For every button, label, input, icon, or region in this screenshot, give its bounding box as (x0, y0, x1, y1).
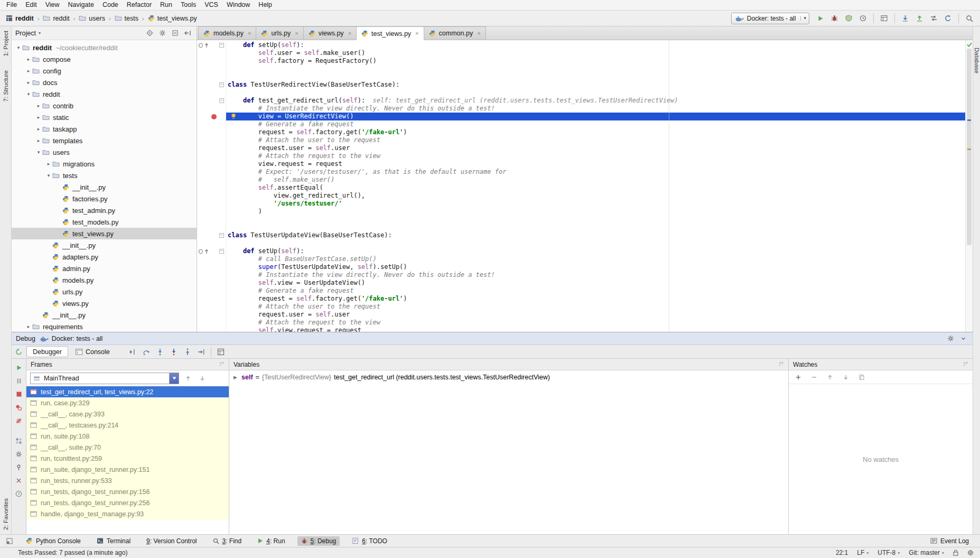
close-icon[interactable]: × (415, 31, 418, 36)
fold-marker[interactable]: − (219, 82, 224, 87)
frame-row[interactable]: handle, django_test_manage.py:93 (26, 508, 229, 519)
pin-tab-button[interactable] (14, 462, 24, 472)
editor-gutter[interactable] (197, 263, 226, 271)
menu-window[interactable]: Window (222, 0, 254, 10)
breadcrumb-reddit[interactable]: reddit (41, 15, 71, 22)
frame-row[interactable]: run_suite, django_test_runner.py:151 (26, 464, 229, 475)
tree-item-compose[interactable]: ▸compose (12, 53, 197, 65)
code-line[interactable] (197, 89, 973, 97)
chevron-expanded-icon[interactable]: ▾ (35, 150, 42, 155)
code-line[interactable]: self.view = UserUpdateView() (197, 279, 973, 287)
show-execution-point-button[interactable] (126, 346, 139, 358)
tree-item-reddit[interactable]: ▾reddit (12, 88, 197, 100)
tree-item-config[interactable]: ▸config (12, 65, 197, 77)
rerun-button[interactable] (12, 346, 26, 358)
update-project-button[interactable] (899, 13, 912, 24)
frame-row[interactable]: __call__, case.py:393 (26, 408, 229, 420)
editor-gutter[interactable] (197, 152, 226, 160)
code-line[interactable]: # Expect: '/users/testuser/', as that is… (197, 168, 973, 176)
toolwindow-button-event-log[interactable]: Event Log (927, 536, 973, 546)
chevron-collapsed-icon[interactable]: ▸ (25, 324, 32, 329)
code-line[interactable]: self.assertEqual( (197, 184, 973, 192)
tree-item-tests[interactable]: ▾tests (12, 170, 197, 181)
line-ending-select[interactable]: LF▾ (857, 549, 869, 556)
breadcrumb-users[interactable]: users (77, 15, 107, 22)
menu-tools[interactable]: Tools (176, 0, 200, 10)
code-line[interactable]: request = self.factory.get('/fake-url') (197, 128, 973, 136)
editor-gutter[interactable] (197, 295, 226, 303)
debug-button[interactable] (828, 13, 841, 24)
code-line[interactable]: request.user = self.user (197, 144, 973, 152)
tool-button-7-structure[interactable]: 7: Structure (3, 70, 9, 101)
tree-item-init-py[interactable]: __init__.py (12, 309, 197, 321)
tree-item-taskapp[interactable]: ▸taskapp (12, 123, 197, 135)
code-line[interactable]: request.user = self.user (197, 311, 973, 319)
editor-gutter[interactable] (197, 136, 226, 144)
editor-gutter[interactable] (197, 279, 226, 287)
frame-row[interactable]: run, tcunittest.py:259 (26, 453, 229, 464)
editor-gutter[interactable] (197, 160, 226, 168)
code-line[interactable]: −class TestUserUpdateView(BaseUserTestCa… (197, 231, 973, 239)
code-line[interactable] (197, 239, 973, 247)
restore-layout-button[interactable] (14, 436, 24, 445)
run-to-cursor-button[interactable] (194, 346, 208, 358)
editor-gutter[interactable] (197, 105, 226, 113)
editor-gutter[interactable] (197, 239, 226, 247)
chevron-collapsed-icon[interactable]: ▶ (234, 375, 239, 380)
compare-with-button[interactable] (927, 13, 940, 24)
toolwindow-button-4-run[interactable]: 4: Run (254, 536, 288, 546)
frame-row[interactable]: run, case.py:329 (26, 397, 229, 408)
view-breakpoints-button[interactable] (14, 403, 24, 412)
editor-gutter[interactable] (197, 319, 226, 327)
editor-gutter[interactable] (197, 65, 226, 73)
code-line[interactable]: # Attach the user to the request (197, 136, 973, 144)
thread-select[interactable]: MainThread (30, 373, 179, 384)
chevron-collapsed-icon[interactable]: ▸ (25, 68, 32, 73)
close-icon[interactable]: × (348, 31, 351, 36)
editor-gutter[interactable] (197, 311, 226, 319)
fold-marker[interactable]: − (219, 98, 224, 103)
editor-gutter[interactable]: − (197, 247, 226, 255)
code-line[interactable]: # Instantiate the view directly. Never d… (197, 105, 973, 113)
editor-gutter[interactable] (197, 303, 226, 311)
editor-gutter[interactable] (197, 113, 226, 120)
editor-gutter[interactable] (197, 192, 226, 200)
profiler-button[interactable] (856, 13, 870, 24)
editor-gutter[interactable] (197, 49, 226, 57)
menu-navigate[interactable]: Navigate (64, 0, 98, 10)
chevron-expanded-icon[interactable]: ▾ (15, 45, 22, 50)
tree-item-test-admin-py[interactable]: test_admin.py (12, 204, 197, 216)
code-line[interactable]: view.get_redirect_url(), (197, 192, 973, 200)
hide-panel-button[interactable] (182, 28, 193, 39)
previous-frame-button[interactable] (183, 373, 193, 384)
menu-code[interactable]: Code (98, 0, 123, 10)
toolwindow-button-6-todo[interactable]: 6: TODO (348, 536, 391, 546)
fold-marker[interactable]: − (219, 43, 224, 48)
menu-vcs[interactable]: VCS (200, 0, 222, 10)
code-line[interactable]: # call BaseUserTestCase.setUp() (197, 255, 973, 263)
frame-row[interactable]: __call__, testcases.py:214 (26, 420, 229, 431)
editor-gutter[interactable] (197, 184, 226, 192)
duplicate-watch-button[interactable] (857, 373, 866, 382)
tree-item-admin-py[interactable]: admin.py (12, 263, 197, 274)
editor-gutter[interactable] (197, 168, 226, 176)
remove-watch-button[interactable] (809, 373, 819, 382)
code-line[interactable]: # Attach the request to the view (197, 152, 973, 160)
editor-gutter[interactable] (197, 287, 226, 295)
add-watch-button[interactable] (794, 373, 803, 382)
code-line[interactable]: super(TestUserUpdateView, self).setUp() (197, 263, 973, 271)
editor-gutter[interactable] (197, 73, 226, 81)
toolwindow-button-5-debug[interactable]: 5: Debug (297, 536, 340, 546)
code-line[interactable]: ) (197, 208, 973, 216)
code-line[interactable]: # Attach the request to the view (197, 319, 973, 327)
tool-button-1-project[interactable]: 1: Project (3, 31, 9, 57)
editor-gutter[interactable] (197, 216, 226, 224)
editor-gutter[interactable] (197, 200, 226, 208)
locate-file-button[interactable] (144, 28, 155, 39)
editor-tab-views-py[interactable]: views.py× (303, 26, 357, 40)
frame-row[interactable]: run_tests, runner.py:533 (26, 475, 229, 486)
menu-view[interactable]: View (41, 0, 64, 10)
code-line[interactable]: −class TestUserRedirectView(BaseUserTest… (197, 81, 973, 89)
close-icon[interactable]: × (248, 31, 251, 36)
tree-item-test-views-py[interactable]: test_views.py (12, 228, 197, 239)
